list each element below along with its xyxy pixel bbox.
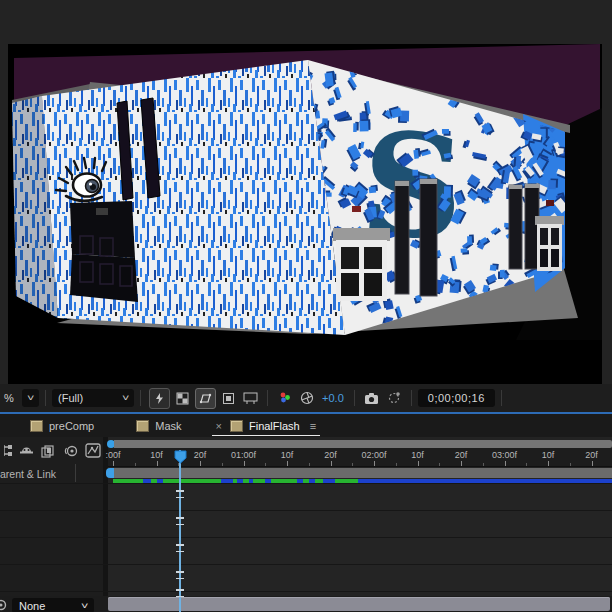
parent-link-label: arent & Link [0,468,56,480]
adjust-exposure-button[interactable] [298,389,317,408]
parent-pickwhip-icon[interactable] [0,599,8,611]
region-icon [222,392,235,405]
playhead-ibeam [176,589,184,597]
tab-label: preComp [49,420,94,432]
ruler-tick [157,461,158,466]
playhead-handle[interactable] [174,450,187,464]
monitor-guides-icon [243,392,258,405]
chevron-down-icon: ˅ [122,393,129,403]
mask-visibility-button[interactable] [195,388,216,409]
transparency-grid-button[interactable] [173,389,192,408]
composition-icon [230,420,243,432]
ruler-tick [418,461,419,466]
parent-link-dropdown[interactable]: None ˅ [12,598,94,612]
playhead-ibeam [176,490,184,498]
column-divider[interactable] [75,464,76,482]
time-navigator-bar[interactable] [108,440,612,448]
motion-blur-icon[interactable] [62,442,79,459]
exposure-value[interactable]: +0.0 [322,392,344,404]
panel-menu-icon[interactable]: ≡ [310,420,316,432]
fast-preview-button[interactable] [149,388,170,409]
ruler-label: 20f [194,450,207,460]
ruler-label: 01:00f [231,450,256,460]
checkerboard-icon [176,392,189,405]
ruler-tick [374,461,375,466]
ruler-tick-minor [483,463,484,466]
show-channel-button[interactable] [276,389,295,408]
timeline-tab-bar: preComp Mask × FinalFlash ≡ [0,414,612,437]
exit-sign-left [352,206,361,212]
mask-path-icon [199,392,212,405]
tab-label: Mask [155,420,181,432]
graph-editor-icon[interactable] [84,442,101,459]
scene-canvas: S [8,44,602,384]
frame-blending-icon[interactable] [40,442,57,459]
resolution-dropdown[interactable]: (Full) ˅ [52,389,134,407]
ruler-tick-minor [570,463,571,466]
ruler-label: 03:00f [492,450,517,460]
ruler-tick [505,461,506,466]
center-door [333,228,390,301]
ruler-label: :00f [105,450,120,460]
navigator-track[interactable] [114,440,612,448]
take-snapshot-button[interactable] [362,389,381,408]
ruler-tick-minor [265,463,266,466]
tab-mask[interactable]: Mask [126,414,191,437]
resolution-value: (Full) [58,392,83,404]
ruler-tick-minor [396,463,397,466]
horizontal-scrollbar-thumb[interactable] [108,597,610,611]
right-door [535,216,564,271]
after-effects-window: S [0,0,612,612]
row-separator [0,591,612,592]
chevron-down-icon: ˅ [81,601,88,611]
chevron-down-icon: ˅ [27,393,34,403]
ruler-tick-minor [135,463,136,466]
preview-timecode[interactable]: 0;00;00;16 [418,389,495,407]
ruler-label: 20f [585,450,598,460]
door-sign [96,208,108,215]
parent-link-value: None [19,600,45,612]
snapshot-ghost-icon [387,391,401,405]
magnification-label: % [4,392,14,404]
ruler-tick [287,461,288,466]
composition-icon [136,420,149,432]
viewer-toolbar: % ˅ (Full) ˅ [0,384,612,412]
shy-layers-icon[interactable] [18,442,35,459]
timeline-toolbar-icons [4,442,101,459]
parent-link-column-header[interactable]: arent & Link [0,465,103,483]
playhead-ibeam [176,544,184,552]
ruler-tick [548,461,549,466]
ruler-label: 10f [281,450,294,460]
region-of-interest-button[interactable] [219,389,238,408]
work-area-track[interactable] [114,468,612,478]
ruler-tick-minor [309,463,310,466]
rgb-channels-icon [278,391,292,405]
ruler-tick [200,461,201,466]
show-snapshot-button[interactable] [384,389,403,408]
mini-flowchart-icon[interactable] [4,442,13,459]
guides-button[interactable] [241,389,260,408]
work-area-bar[interactable] [108,468,612,478]
composition-viewer-panel: S [0,0,612,384]
playhead-ibeam [176,517,184,525]
ruler-label: 10f [150,450,163,460]
ruler-tick-minor [222,463,223,466]
magnification-dropdown[interactable]: ˅ [22,389,39,407]
timeline-left-column: arent & Link [0,437,103,612]
lightning-icon [153,392,166,405]
tab-finalflash[interactable]: × FinalFlash ≡ [206,414,327,437]
composition-icon [30,420,43,432]
ruler-label: 02:00f [361,450,386,460]
ruler-tick-minor [352,463,353,466]
ruler-tick-minor [526,463,527,466]
playhead-line[interactable] [179,450,181,612]
camera-icon [364,392,379,405]
ruler-label: 20f [324,450,337,460]
playhead-ibeam [176,571,184,579]
tab-precomp[interactable]: preComp [20,414,104,437]
ruler-tick [113,461,114,466]
ruler-tick [592,461,593,466]
composition-viewport[interactable]: S [8,44,602,384]
close-tab-icon[interactable]: × [216,420,222,432]
ruler-label: 10f [411,450,424,460]
